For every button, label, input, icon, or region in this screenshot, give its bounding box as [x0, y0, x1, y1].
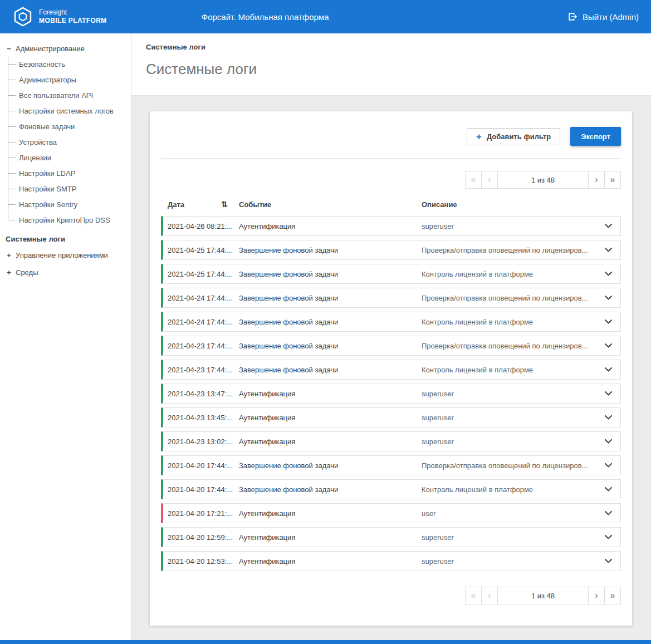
cell-event: Завершение фоновой задачи [239, 246, 422, 254]
column-header-date[interactable]: Дата ⇅ [161, 200, 239, 209]
column-header-date-label: Дата [168, 200, 184, 209]
logo-brand: Foresight [39, 8, 107, 17]
chevron-down-icon [605, 511, 612, 515]
expand-row-button[interactable] [596, 296, 620, 300]
cell-date: 2021-04-23 13:45:... [163, 414, 239, 422]
table-row[interactable]: 2021-04-23 17:44:... Завершение фоновой … [161, 360, 621, 380]
foresight-logo[interactable]: Foresight MOBILE PLATFORM [12, 6, 107, 27]
expand-row-button[interactable] [596, 463, 620, 468]
main-area: Системные логи Системные логи + Добавить… [131, 33, 651, 640]
sidebar-item[interactable]: +Управление приложениями [6, 247, 131, 264]
sidebar-item[interactable]: Настройки КриптоПро DSS [8, 212, 131, 228]
table-row[interactable]: 2021-04-20 17:21:... Аутентификация user [161, 503, 621, 523]
cell-date: 2021-04-23 17:44:... [163, 366, 239, 374]
logout-icon [567, 12, 577, 22]
table-row[interactable]: 2021-04-23 17:44:... Завершение фоновой … [161, 336, 621, 356]
sidebar-item[interactable]: Лицензии [8, 150, 131, 165]
table-row[interactable]: 2021-04-26 08:21:... Аутентификация supe… [161, 216, 621, 236]
expand-row-button[interactable] [596, 415, 620, 420]
expand-row-button[interactable] [596, 343, 620, 348]
sidebar-item[interactable]: Устройства [8, 134, 131, 150]
sidebar-item[interactable]: Администраторы [8, 72, 131, 87]
column-header-event: Событие [239, 200, 422, 209]
cell-description: Проверка/отправка оповещений по лицензир… [422, 246, 596, 254]
sidebar-item[interactable]: Настройки LDAP [8, 165, 131, 181]
expand-row-button[interactable] [596, 535, 620, 539]
cell-description: Контроль лицензий в платформе [422, 318, 596, 326]
tree-children: БезопасностьАдминистраторыВсе пользовате… [8, 56, 131, 228]
sidebar-item[interactable]: Настройки системных логов [8, 103, 131, 119]
table-row[interactable]: 2021-04-25 17:44:... Завершение фоновой … [161, 264, 621, 284]
table-row[interactable]: 2021-04-24 17:44:... Завершение фоновой … [161, 288, 621, 308]
expand-row-button[interactable] [596, 511, 620, 515]
sort-icon[interactable]: ⇅ [221, 200, 228, 209]
cell-description: superuser [422, 414, 596, 422]
chevron-down-icon [605, 439, 612, 444]
collapse-icon[interactable]: − [6, 45, 12, 53]
prev-page-button[interactable]: ‹ [481, 171, 498, 189]
sidebar-item-label: Среды [16, 268, 38, 277]
table-row[interactable]: 2021-04-23 13:45:... Аутентификация supe… [161, 407, 621, 427]
cell-date: 2021-04-26 08:21:... [163, 222, 239, 230]
table-row[interactable]: 2021-04-20 17:44:... Завершение фоновой … [161, 479, 621, 499]
sidebar-item-system-logs[interactable]: Системные логи [6, 228, 131, 247]
expand-icon[interactable]: + [6, 251, 12, 259]
add-filter-label: Добавить фильтр [487, 132, 551, 141]
expand-row-button[interactable] [596, 367, 620, 372]
cell-date: 2021-04-23 13:02:... [163, 437, 239, 446]
add-filter-button[interactable]: + Добавить фильтр [467, 128, 560, 145]
table-row[interactable]: 2021-04-23 13:47:... Аутентификация supe… [161, 384, 621, 404]
chevron-down-icon [605, 463, 612, 468]
page-indicator: 1 из 48 [497, 171, 589, 189]
cell-description: Проверка/отправка оповещений по лицензир… [422, 461, 596, 470]
sidebar-item[interactable]: +Среды [6, 264, 131, 281]
first-page-button[interactable]: « [465, 587, 482, 604]
toolbar-divider [161, 158, 621, 159]
logout-button[interactable]: Выйти (Admin) [567, 12, 639, 22]
cell-event: Аутентификация [239, 437, 422, 446]
cell-event: Аутентификация [239, 390, 422, 398]
expand-icon[interactable]: + [6, 268, 12, 277]
table-row[interactable]: 2021-04-23 13:02:... Аутентификация supe… [161, 431, 621, 451]
expand-row-button[interactable] [596, 559, 620, 563]
prev-page-button[interactable]: ‹ [481, 587, 498, 604]
expand-row-button[interactable] [596, 319, 620, 324]
last-page-button[interactable]: » [604, 171, 621, 189]
expand-row-button[interactable] [596, 248, 620, 252]
expand-row-button[interactable] [596, 487, 620, 491]
cell-description: Проверка/отправка оповещений по лицензир… [422, 342, 596, 350]
sidebar-item[interactable]: Фоновые задачи [8, 119, 131, 134]
cell-date: 2021-04-20 12:53:... [163, 557, 239, 566]
table-row[interactable]: 2021-04-20 12:59:... Аутентификация supe… [161, 527, 621, 547]
expand-row-button[interactable] [596, 391, 620, 396]
cell-date: 2021-04-20 17:44:... [163, 461, 239, 470]
table-row[interactable]: 2021-04-20 17:44:... Завершение фоновой … [161, 455, 621, 475]
table-row[interactable]: 2021-04-20 12:53:... Аутентификация supe… [161, 551, 621, 571]
chevron-down-icon [605, 367, 612, 372]
sidebar-item-label: Управление приложениями [16, 251, 108, 259]
foresight-logo-icon [12, 6, 33, 27]
cell-description: Проверка/отправка оповещений по лицензир… [422, 294, 596, 302]
sidebar: − Администрирование БезопасностьАдминист… [0, 33, 131, 640]
cell-description: superuser [422, 222, 596, 230]
cell-date: 2021-04-24 17:44:... [163, 318, 239, 326]
next-page-button[interactable]: › [588, 171, 605, 189]
table-row[interactable]: 2021-04-24 17:44:... Завершение фоновой … [161, 312, 621, 332]
expand-row-button[interactable] [596, 439, 620, 444]
next-page-button[interactable]: › [588, 587, 605, 604]
cell-date: 2021-04-23 13:47:... [163, 390, 239, 398]
sidebar-item[interactable]: Все пользователи API [8, 87, 131, 103]
first-page-button[interactable]: « [465, 171, 482, 189]
sidebar-item[interactable]: Настройки SMTP [8, 181, 131, 196]
cell-description: Контроль лицензий в платформе [422, 485, 596, 494]
chevron-down-icon [605, 296, 612, 300]
export-button[interactable]: Экспорт [570, 127, 621, 146]
table-row[interactable]: 2021-04-25 17:44:... Завершение фоновой … [161, 240, 621, 260]
pagination-bottom: « ‹ 1 из 48 › » [161, 587, 621, 604]
sidebar-item-administration[interactable]: − Администрирование [6, 42, 131, 56]
last-page-button[interactable]: » [604, 587, 621, 604]
sidebar-item[interactable]: Настройки Sentry [8, 196, 131, 212]
expand-row-button[interactable] [596, 224, 620, 228]
sidebar-item[interactable]: Безопасность [8, 56, 131, 72]
expand-row-button[interactable] [596, 272, 620, 276]
